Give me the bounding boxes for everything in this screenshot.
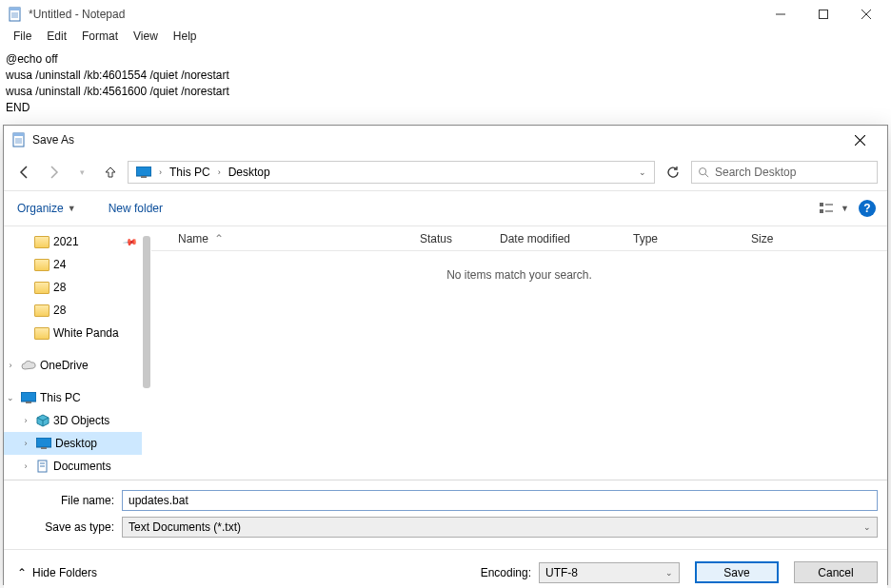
breadcrumb-this-pc[interactable]: This PC [166, 162, 214, 183]
svg-rect-25 [26, 402, 31, 403]
svg-rect-24 [21, 392, 36, 402]
encoding-select[interactable]: UTF-8⌄ [539, 562, 680, 583]
chevron-down-icon: ⌄ [665, 568, 673, 578]
address-bar[interactable]: › This PC › Desktop ⌄ [128, 161, 655, 184]
col-name[interactable]: Name⌃ [178, 232, 420, 245]
search-input[interactable]: Search Desktop [691, 161, 878, 184]
refresh-button[interactable] [661, 161, 685, 184]
svg-rect-16 [136, 167, 151, 176]
file-list: Name⌃ Status Date modified Type Size No … [151, 226, 887, 480]
folder-icon [34, 236, 50, 248]
expand-icon[interactable]: › [4, 361, 17, 370]
empty-message: No items match your search. [151, 251, 887, 480]
column-headers: Name⌃ Status Date modified Type Size [151, 226, 887, 251]
dialog-close-button[interactable] [839, 127, 881, 152]
breadcrumb-desktop[interactable]: Desktop [225, 162, 274, 183]
help-button[interactable]: ? [859, 200, 876, 217]
tree-onedrive[interactable]: ›OneDrive [4, 354, 142, 377]
svg-rect-17 [141, 176, 147, 178]
chevron-down-icon: ⌄ [863, 522, 871, 532]
svg-rect-21 [820, 209, 823, 213]
forward-button[interactable] [42, 162, 65, 183]
dialog-toolbar: Organize▼ New folder ▼ ? [4, 191, 887, 225]
saveastype-label: Save as type: [13, 520, 122, 534]
chevron-right-icon[interactable]: › [159, 167, 162, 177]
breadcrumb-pc-icon[interactable] [132, 162, 155, 183]
cancel-button[interactable]: Cancel [794, 561, 878, 583]
save-button[interactable]: Save [695, 561, 779, 583]
pin-icon: 📌 [123, 234, 138, 249]
notepad-editor[interactable]: @echo off wusa /uninstall /kb:4601554 /q… [0, 48, 891, 120]
tree-desktop[interactable]: ›Desktop [4, 432, 142, 455]
tree-documents[interactable]: ›Documents [4, 455, 142, 478]
svg-rect-27 [41, 447, 47, 449]
notepad-menubar: File Edit Format View Help [0, 29, 891, 48]
nav-tree: 2021📌 24 28 28 White Panda ›OneDrive ⌄Th… [4, 226, 142, 480]
notepad-icon [11, 132, 27, 147]
documents-icon [36, 460, 50, 473]
search-icon [698, 167, 709, 178]
collapse-icon[interactable]: ⌄ [4, 393, 17, 402]
cube-icon [36, 414, 50, 427]
folder-icon [34, 259, 50, 271]
filename-input[interactable] [122, 490, 878, 511]
col-date[interactable]: Date modified [500, 232, 633, 245]
col-status[interactable]: Status [420, 232, 500, 245]
sort-asc-icon: ⌃ [214, 232, 224, 245]
col-type[interactable]: Type [633, 232, 751, 245]
editor-line: wusa /uninstall /kb:4601554 /quiet /nore… [6, 68, 885, 84]
tree-downloads[interactable]: ›Downloads [4, 478, 142, 480]
new-folder-button[interactable]: New folder [107, 198, 165, 219]
tree-folder[interactable]: 24 [4, 253, 142, 276]
tree-this-pc[interactable]: ⌄This PC [4, 386, 142, 409]
menu-edit[interactable]: Edit [41, 29, 72, 48]
svg-rect-20 [820, 203, 823, 206]
col-size[interactable]: Size [751, 232, 818, 245]
svg-rect-1 [10, 8, 20, 10]
address-row: ▾ › This PC › Desktop ⌄ Search Desktop [4, 154, 887, 190]
maximize-button[interactable] [802, 1, 844, 28]
svg-rect-6 [819, 10, 827, 19]
menu-view[interactable]: View [128, 29, 164, 48]
desktop-icon [36, 438, 51, 449]
menu-format[interactable]: Format [76, 29, 124, 48]
view-options[interactable]: ▼ [820, 202, 849, 215]
editor-line: @echo off [6, 51, 885, 68]
organize-menu[interactable]: Organize▼ [15, 198, 78, 219]
address-dropdown[interactable]: ⌄ [633, 167, 652, 177]
recent-dropdown[interactable]: ▾ [70, 162, 93, 183]
saveastype-select[interactable]: Text Documents (*.txt)⌄ [122, 517, 878, 538]
editor-line: wusa /uninstall /kb:4561600 /quiet /nore… [6, 84, 885, 100]
tree-folder[interactable]: 2021📌 [4, 230, 142, 253]
folder-icon [34, 282, 50, 294]
menu-file[interactable]: File [8, 29, 37, 48]
dialog-titlebar[interactable]: Save As [4, 126, 887, 154]
encoding-label: Encoding: [481, 566, 531, 579]
notepad-titlebar[interactable]: *Untitled - Notepad [0, 0, 891, 29]
file-panel: File name: Save as type: Text Documents … [4, 480, 887, 549]
menu-help[interactable]: Help [168, 29, 203, 48]
svg-rect-10 [13, 133, 24, 136]
dialog-title-text: Save As [32, 133, 74, 147]
cloud-icon [21, 361, 36, 370]
hide-folders-toggle[interactable]: ⌃Hide Folders [17, 566, 97, 579]
chevron-right-icon[interactable]: › [218, 167, 221, 177]
back-button[interactable] [13, 162, 36, 183]
minimize-button[interactable] [759, 1, 802, 28]
splitter-scrollbar[interactable] [142, 226, 151, 480]
svg-rect-26 [36, 438, 51, 447]
tree-3d-objects[interactable]: ›3D Objects [4, 409, 142, 432]
tree-folder[interactable]: 28 [4, 299, 142, 322]
tree-folder[interactable]: White Panda [4, 322, 142, 344]
folder-icon [34, 304, 50, 317]
tree-folder[interactable]: 28 [4, 276, 142, 299]
save-as-dialog: Save As ▾ › This PC › Desktop ⌄ Search D… [3, 125, 888, 585]
notepad-title-text: *Untitled - Notepad [29, 8, 125, 21]
svg-line-19 [705, 174, 708, 177]
svg-point-18 [700, 168, 706, 175]
up-button[interactable] [99, 162, 122, 183]
chevron-up-icon: ⌃ [17, 566, 27, 579]
close-button[interactable] [844, 1, 887, 28]
filename-label: File name: [13, 494, 122, 507]
folder-icon [34, 327, 50, 340]
